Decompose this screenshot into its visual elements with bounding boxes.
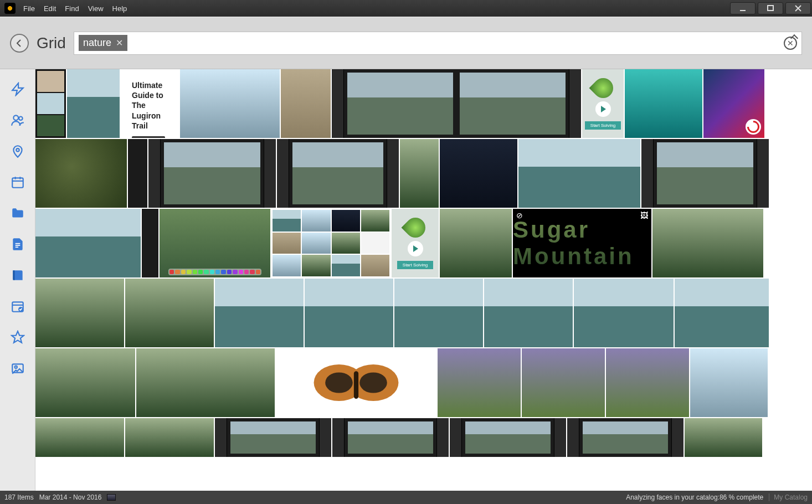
photo-thumb[interactable] — [142, 209, 158, 277]
photo-thumb[interactable] — [35, 69, 66, 138]
photo-thumb[interactable] — [215, 279, 304, 347]
places-icon[interactable] — [10, 143, 25, 159]
photo-thumb[interactable]: Start Solving — [392, 209, 439, 277]
window-close-button[interactable] — [785, 2, 811, 14]
titlebar: File Edit Find View Help — [0, 0, 812, 17]
photo-thumb[interactable] — [305, 279, 393, 347]
photo-thumb[interactable] — [128, 139, 147, 208]
photo-thumb[interactable] — [148, 139, 276, 208]
photo-thumb[interactable] — [67, 69, 120, 138]
stack-icon: 🖼 — [640, 211, 648, 220]
photo-thumb[interactable] — [641, 139, 769, 208]
photo-thumb[interactable] — [440, 139, 517, 208]
thumb-play-label: Start Solving — [397, 261, 433, 269]
photo-thumb[interactable] — [394, 279, 483, 347]
back-button[interactable] — [10, 34, 29, 53]
photo-thumb[interactable]: Sugar Mountain⊘🖼 — [513, 209, 651, 277]
photo-thumb[interactable] — [440, 209, 512, 277]
photo-thumb[interactable] — [675, 279, 769, 347]
svg-rect-14 — [15, 246, 18, 248]
people-icon[interactable] — [10, 112, 25, 128]
photo-thumb[interactable] — [606, 348, 689, 417]
photo-thumb[interactable] — [35, 209, 141, 277]
creative-cloud-icon — [746, 119, 761, 135]
search-field[interactable]: nature ✕ ✕ — [74, 32, 802, 55]
photo-thumb[interactable] — [685, 418, 762, 457]
status-bar: 187 Items Mar 2014 - Nov 2016 Analyzing … — [0, 491, 812, 504]
remove-tag-button[interactable]: ✕ — [116, 38, 123, 48]
svg-point-7 — [16, 148, 19, 151]
svg-marker-4 — [12, 83, 23, 95]
play-icon — [408, 241, 423, 256]
photo-thumb[interactable] — [332, 418, 449, 457]
photo-thumb[interactable] — [574, 279, 674, 347]
menu-file[interactable]: File — [20, 3, 38, 14]
photo-grid[interactable]: Ultimate Guide to The Lugiron TrailStart… — [35, 69, 812, 491]
photo-thumb[interactable] — [35, 279, 124, 347]
photo-thumb[interactable] — [484, 279, 573, 347]
svg-rect-8 — [12, 178, 23, 187]
date-range: Mar 2014 - Nov 2016 — [39, 493, 102, 501]
thumb-doc-title: Ultimate Guide to The Lugiron Trail — [132, 80, 168, 131]
events-icon[interactable] — [10, 174, 25, 190]
search-tag-chip: nature ✕ — [79, 35, 127, 51]
view-label: Grid — [37, 34, 66, 52]
search-bar: Grid nature ✕ ✕ — [0, 17, 812, 69]
instant-fix-icon[interactable] — [10, 81, 25, 97]
menu-edit[interactable]: Edit — [40, 3, 59, 14]
photo-thumb[interactable] — [450, 418, 566, 457]
menu-view[interactable]: View — [85, 3, 107, 14]
photo-thumb[interactable] — [136, 348, 275, 417]
photo-thumb[interactable] — [35, 139, 127, 208]
search-tag-label: nature — [83, 37, 111, 49]
svg-rect-26 — [354, 371, 358, 399]
photo-thumb[interactable] — [332, 69, 581, 138]
photo-thumb[interactable] — [35, 418, 124, 457]
menu-find[interactable]: Find — [61, 3, 82, 14]
folders-icon[interactable] — [10, 205, 25, 221]
photo-thumb[interactable] — [522, 348, 605, 417]
no-sync-icon: ⊘ — [516, 211, 523, 220]
photo-thumb[interactable] — [438, 348, 521, 417]
info-icon[interactable] — [10, 236, 25, 252]
photo-thumb[interactable] — [652, 209, 763, 277]
photo-thumb[interactable]: Start Solving — [582, 69, 624, 138]
thumb-play-label: Start Solving — [585, 121, 621, 130]
menu-help[interactable]: Help — [109, 3, 131, 14]
auto-curate-icon[interactable] — [10, 299, 25, 314]
svg-point-21 — [14, 366, 17, 368]
left-sidebar — [0, 69, 35, 491]
photo-thumb[interactable] — [125, 279, 214, 347]
media-icon[interactable] — [10, 361, 25, 376]
favorite-icon[interactable] — [10, 330, 25, 345]
svg-point-5 — [13, 115, 18, 120]
album-icon[interactable] — [10, 268, 25, 283]
photo-thumb[interactable] — [281, 69, 331, 138]
photo-thumb[interactable] — [518, 139, 640, 208]
photo-thumb[interactable] — [567, 418, 683, 457]
photo-thumb[interactable]: Ultimate Guide to The Lugiron Trail — [121, 69, 179, 138]
photo-thumb[interactable] — [276, 348, 436, 417]
photo-thumb[interactable] — [125, 418, 214, 457]
svg-rect-1 — [768, 6, 773, 11]
svg-point-24 — [325, 372, 353, 393]
photo-thumb[interactable] — [160, 209, 270, 277]
photo-thumb[interactable] — [625, 69, 702, 138]
photo-thumb[interactable] — [271, 209, 390, 277]
photo-thumb[interactable] — [400, 139, 439, 208]
photo-thumb[interactable] — [180, 69, 280, 138]
photo-thumb[interactable] — [215, 418, 331, 457]
svg-marker-19 — [12, 331, 24, 343]
clear-search-button[interactable]: ✕ — [784, 37, 797, 50]
photo-thumb[interactable] — [277, 139, 399, 208]
item-count: 187 Items — [4, 493, 34, 501]
photo-thumb[interactable] — [690, 348, 768, 417]
search-input[interactable] — [131, 36, 780, 50]
window-minimize-button[interactable] — [730, 2, 756, 14]
photo-thumb[interactable] — [703, 69, 764, 138]
play-icon — [595, 101, 611, 117]
photo-thumb[interactable] — [35, 348, 135, 417]
catalog-name[interactable]: My Catalog — [769, 493, 808, 501]
timeline-icon[interactable] — [107, 494, 116, 501]
window-maximize-button[interactable] — [758, 2, 783, 14]
